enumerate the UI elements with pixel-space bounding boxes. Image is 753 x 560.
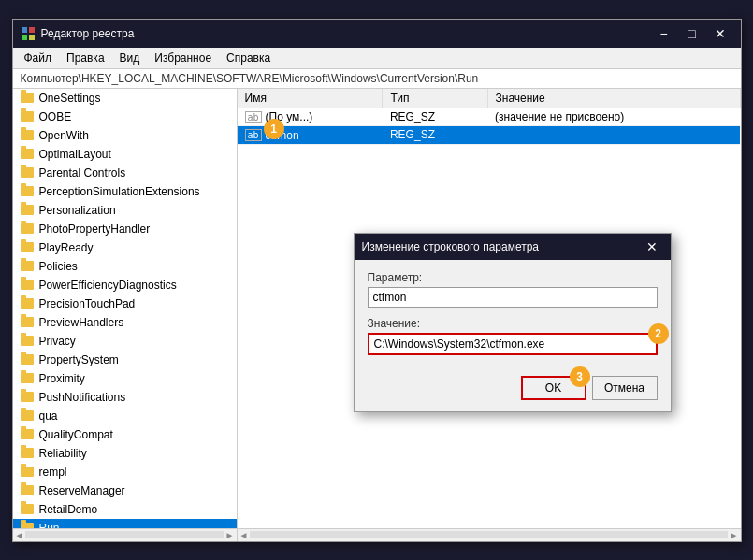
row-type-selected: REG_SZ	[383, 126, 487, 145]
tree-item-pushnotifications[interactable]: PushNotifications	[13, 388, 237, 407]
folder-icon	[21, 521, 36, 528]
dialog-close-button[interactable]: ✕	[641, 237, 663, 256]
folder-icon	[21, 502, 36, 517]
title-bar: Редактор реестра − □ ✕	[13, 20, 741, 48]
tree-item-reservemanager[interactable]: ReserveManager	[13, 481, 237, 500]
folder-icon	[21, 184, 36, 199]
dialog-overlay: Изменение строкового параметра ✕ Парамет…	[284, 117, 741, 528]
tree-item-optimallayout[interactable]: OptimalLayout	[13, 145, 237, 164]
window-controls: − □ ✕	[651, 22, 733, 45]
dialog-buttons: OK 3 Отмена	[355, 376, 671, 411]
svg-rect-3	[29, 35, 35, 40]
col-value[interactable]: Значение	[487, 89, 740, 108]
svg-rect-0	[22, 27, 27, 33]
table-row[interactable]: ab (По ум...) REG_SZ (значение не присво…	[238, 108, 741, 126]
folder-icon	[21, 334, 36, 349]
tree-item-previewhandlers[interactable]: PreviewHandlers	[13, 313, 237, 332]
main-content: OneSettings OOBE OpenWith OptimalLayout …	[13, 89, 741, 528]
tree-item-retaildemo[interactable]: RetailDemo	[13, 500, 237, 519]
param-label: Параметр:	[368, 271, 658, 284]
folder-icon	[21, 390, 36, 405]
row-value: (значение не присвоено)	[487, 108, 740, 126]
values-table: Имя Тип Значение ab (По ум...) REG_S	[238, 89, 741, 145]
reg-entry-icon: ab (По ум...)	[245, 110, 313, 123]
folder-icon	[21, 109, 36, 124]
dialog-title-bar: Изменение строкового параметра ✕	[355, 234, 671, 260]
value-input[interactable]	[368, 333, 658, 355]
folder-icon	[21, 222, 36, 237]
tree-item-qualitycompat[interactable]: QualityCompat	[13, 425, 237, 444]
tree-item-parental-controls[interactable]: Parental Controls	[13, 164, 237, 182]
menu-help[interactable]: Справка	[219, 50, 278, 66]
row-name-selected: ab ctfmon 1	[238, 126, 383, 145]
menu-view[interactable]: Вид	[112, 50, 148, 66]
address-bar: Компьютер\HKEY_LOCAL_MACHINE\SOFTWARE\Mi…	[13, 69, 741, 89]
folder-icon	[21, 352, 36, 367]
tree-item-onesettings[interactable]: OneSettings	[13, 89, 237, 108]
tree-item-precisiontouchpad[interactable]: PrecisionTouchPad	[13, 294, 237, 313]
tree-item-rempl[interactable]: rempl	[13, 463, 237, 481]
close-button[interactable]: ✕	[707, 22, 733, 45]
folder-icon	[21, 278, 36, 293]
address-path: Компьютер\HKEY_LOCAL_MACHINE\SOFTWARE\Mi…	[21, 72, 479, 85]
tree-item-proximity[interactable]: Proximity	[13, 369, 237, 388]
folder-icon	[21, 409, 36, 424]
registry-tree[interactable]: OneSettings OOBE OpenWith OptimalLayout …	[13, 89, 238, 528]
tree-item-reliability[interactable]: Reliability	[13, 444, 237, 463]
tree-item-perception[interactable]: PerceptionSimulationExtensions	[13, 182, 237, 201]
value-label: Значение:	[368, 317, 658, 330]
app-icon	[21, 26, 36, 41]
ok-button[interactable]: OK	[521, 376, 586, 400]
folder-icon	[21, 128, 36, 143]
folder-icon	[21, 296, 36, 311]
col-name[interactable]: Имя	[238, 89, 383, 108]
row-value-selected	[487, 126, 740, 145]
menu-bar: Файл Правка Вид Избранное Справка	[13, 48, 741, 69]
tree-item-policies[interactable]: Policies	[13, 257, 237, 276]
tree-item-photo[interactable]: PhotoPropertyHandler	[13, 220, 237, 238]
col-type[interactable]: Тип	[383, 89, 487, 108]
tree-item-oobe[interactable]: OOBE	[13, 108, 237, 126]
reg-entry-icon: ab ctfmon	[245, 129, 299, 142]
folder-icon	[21, 203, 36, 218]
folder-icon	[21, 371, 36, 386]
tree-item-run[interactable]: Run	[13, 519, 237, 528]
menu-file[interactable]: Файл	[17, 50, 60, 66]
tree-item-privacy[interactable]: Privacy	[13, 332, 237, 351]
folder-icon	[21, 427, 36, 442]
folder-icon	[21, 240, 36, 255]
table-row-selected[interactable]: ab ctfmon 1 REG_SZ	[238, 126, 741, 145]
folder-icon	[21, 147, 36, 162]
svg-rect-1	[29, 27, 35, 33]
row-name: ab (По ум...)	[238, 108, 383, 126]
folder-icon	[21, 165, 36, 180]
tree-item-qua[interactable]: qua	[13, 407, 237, 425]
registry-values-panel: Имя Тип Значение ab (По ум...) REG_S	[238, 89, 741, 528]
folder-icon	[21, 483, 36, 498]
maximize-button[interactable]: □	[679, 22, 705, 45]
tree-item-propertysystem[interactable]: PropertySystem	[13, 351, 237, 369]
param-input[interactable]	[368, 287, 658, 308]
string-param-dialog: Изменение строкового параметра ✕ Парамет…	[354, 233, 672, 412]
tree-item-playready[interactable]: PlayReady	[13, 238, 237, 257]
dialog-title: Изменение строкового параметра	[362, 240, 641, 253]
folder-icon	[21, 259, 36, 274]
minimize-button[interactable]: −	[651, 22, 677, 45]
folder-icon	[21, 465, 36, 480]
cancel-button[interactable]: Отмена	[592, 376, 658, 400]
row-type: REG_SZ	[383, 108, 487, 126]
dialog-body: Параметр: Значение: 2	[355, 260, 671, 376]
window-title: Редактор реестра	[41, 27, 651, 40]
tree-item-personalization[interactable]: Personalization	[13, 201, 237, 220]
bottom-scrollbars: ◄ ► ◄ ►	[13, 528, 741, 541]
tree-item-powereff[interactable]: PowerEfficiencyDiagnostics	[13, 276, 237, 294]
folder-icon	[21, 446, 36, 461]
menu-favorites[interactable]: Избранное	[147, 50, 219, 66]
folder-icon	[21, 315, 36, 330]
registry-editor-window: Редактор реестра − □ ✕ Файл Правка Вид И…	[12, 19, 742, 542]
svg-rect-2	[22, 35, 27, 40]
folder-icon	[21, 91, 36, 106]
tree-item-openwith[interactable]: OpenWith	[13, 126, 237, 145]
menu-edit[interactable]: Правка	[59, 50, 112, 66]
